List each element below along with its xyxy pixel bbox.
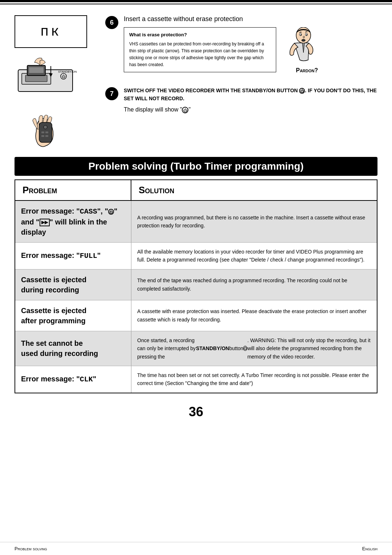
svg-rect-12 (41, 131, 44, 133)
footer-bar: Problem solving English (0, 542, 392, 555)
table-row: Error message: "CLK" The time has not be… (15, 366, 377, 393)
problem-solving-header: Problem solving (Turbo Timer programming… (15, 157, 377, 176)
footer-right: English (362, 546, 377, 551)
solution-cell: All the available memory locations in yo… (131, 243, 377, 269)
table-row: Error message: "FULL" All the available … (15, 243, 377, 270)
table-row: Cassette is ejectedduring recording The … (15, 270, 377, 300)
pardon-text: Pardon? (296, 67, 318, 74)
cassette-illustration: STANDBY/ON ⏻ (15, 55, 87, 95)
solution-cell: A cassette with erase protection was ins… (131, 300, 377, 331)
problem-cell: Cassette is ejectedduring recording (15, 270, 131, 300)
svg-rect-13 (45, 131, 48, 133)
pardon-person-illustration (283, 27, 316, 67)
right-content: 6 Insert a cassette without erase protec… (105, 15, 377, 150)
col-solution-header: Solution (131, 180, 377, 200)
svg-point-21 (302, 39, 305, 41)
step7-circle: 7 (105, 87, 118, 100)
svg-point-11 (44, 125, 47, 129)
step6-circle: 6 (105, 16, 118, 29)
col-problem-header: Problem (15, 180, 131, 200)
problem-cell: Error message: "CASS", "⏻" and "▶▶" will… (15, 201, 131, 242)
problem-cell: Error message: "CLK" (15, 366, 131, 393)
problem-solution-table: Problem Solution Error message: "CASS", … (15, 179, 377, 393)
step6-content: Insert a cassette without erase protecti… (124, 15, 377, 74)
step7-main-text: SWITCH OFF THE VIDEO RECORDER WITH THE S… (124, 86, 377, 103)
display-text: пк (40, 24, 61, 40)
page-number: 36 (0, 401, 392, 434)
solution-cell: The end of the tape was reached during a… (131, 270, 377, 300)
step7-row: 7 SWITCH OFF THE VIDEO RECORDER WITH THE… (105, 86, 377, 113)
footer-left: Problem solving (15, 546, 47, 551)
svg-rect-2 (25, 75, 47, 82)
table-row: Cassette is ejectedafter programming A c… (15, 300, 377, 331)
step7-sub-text: The display will show "⏻" (124, 106, 377, 113)
display-box: пк (15, 15, 87, 48)
solution-cell: A recording was programmed, but there is… (131, 201, 377, 242)
problem-cell: Cassette is ejectedafter programming (15, 300, 131, 331)
svg-text:⏻: ⏻ (62, 74, 65, 78)
svg-text:STANDBY/ON: STANDBY/ON (58, 70, 77, 73)
info-box-text: VHS cassettes can be protected from over… (129, 41, 271, 69)
solution-cell: Once started, a recording can only be in… (131, 331, 377, 366)
step6-main-text: Insert a cassette without erase protecti… (124, 15, 377, 23)
remote-svg (22, 102, 69, 150)
erase-protection-info-box: What is erase protection? VHS cassettes … (124, 27, 276, 72)
top-rule-thick (0, 0, 392, 2)
svg-point-20 (306, 35, 307, 36)
table-row: The set cannot beused during recording O… (15, 331, 377, 366)
problem-cell: Error message: "FULL" (15, 243, 131, 269)
svg-rect-4 (29, 67, 44, 73)
solution-cell: The time has not been set or not set cor… (131, 366, 377, 393)
top-rule-thin (0, 4, 392, 4)
svg-point-19 (301, 35, 302, 36)
problem-cell: The set cannot beused during recording (15, 331, 131, 366)
remote-illustration (22, 102, 69, 150)
svg-rect-14 (41, 135, 44, 137)
step7-content: SWITCH OFF THE VIDEO RECORDER WITH THE S… (124, 86, 377, 113)
upper-section: пк STANDBY/ON (0, 15, 392, 150)
table-row: Error message: "CASS", "⏻" and "▶▶" will… (15, 201, 377, 243)
svg-rect-15 (45, 135, 48, 137)
left-illustrations: пк STANDBY/ON (15, 15, 94, 150)
table-header: Problem Solution (15, 180, 377, 201)
step6-row: 6 Insert a cassette without erase protec… (105, 15, 377, 74)
cassette-svg: STANDBY/ON ⏻ (15, 55, 87, 95)
info-box-title: What is erase protection? (129, 31, 271, 39)
